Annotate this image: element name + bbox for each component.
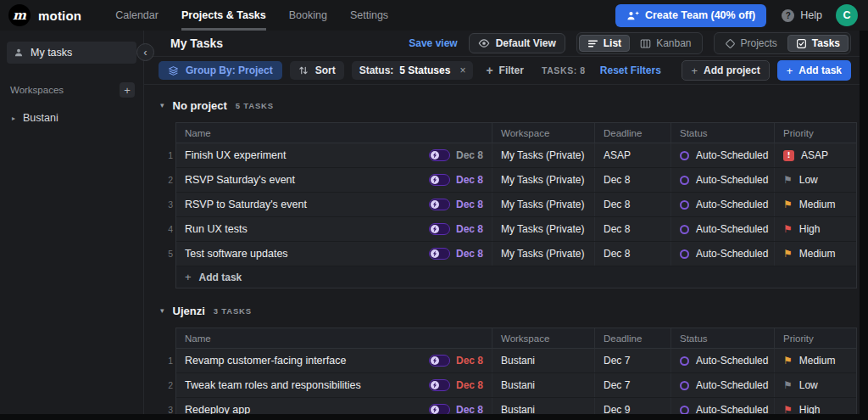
view-list-tab[interactable]: List xyxy=(579,35,630,52)
priority-cell[interactable]: ⚑Medium xyxy=(775,349,856,372)
priority-cell[interactable]: ⚑Low xyxy=(775,373,856,397)
deadline-cell[interactable]: Dec 7 xyxy=(595,349,671,372)
deadline-cell[interactable]: Dec 8 xyxy=(595,217,671,241)
task-name-cell[interactable]: RSVP Saturday's event Dec 8 xyxy=(176,168,492,192)
add-filter-button[interactable]: + Filter xyxy=(486,64,524,77)
auto-schedule-chip[interactable]: Dec 8 xyxy=(429,223,483,235)
default-view-button[interactable]: Default View xyxy=(469,33,565,53)
motion-logo-icon[interactable]: m xyxy=(8,4,31,26)
status-cell[interactable]: Auto-Scheduled xyxy=(671,373,775,397)
status-cell[interactable]: Auto-Scheduled xyxy=(671,349,775,372)
expand-workspace-icon[interactable]: ▸ xyxy=(12,115,15,122)
collapse-group-icon[interactable]: ▾ xyxy=(160,306,164,315)
priority-cell[interactable]: ⚑Medium xyxy=(775,193,856,216)
table-row[interactable]: 3 RSVP to Saturday's event Dec 8 My Task… xyxy=(176,193,856,217)
task-name-cell[interactable]: Finish UX experiment Dec 8 xyxy=(176,143,492,167)
priority-cell[interactable]: !ASAP xyxy=(775,143,856,167)
sort-label: Sort xyxy=(315,64,336,76)
auto-schedule-chip[interactable]: Dec 8 xyxy=(429,248,483,260)
workspace-cell[interactable]: My Tasks (Private) xyxy=(492,193,595,216)
nav-booking[interactable]: Booking xyxy=(289,0,327,31)
create-team-button[interactable]: Create Team (40% off) xyxy=(615,4,766,27)
group-by-button[interactable]: Group By: Project xyxy=(159,61,282,80)
nav-projects-tasks[interactable]: Projects & Tasks xyxy=(181,0,266,31)
table-row[interactable]: 2 RSVP Saturday's event Dec 8 My Tasks (… xyxy=(176,168,856,193)
task-name-cell[interactable]: Tweak team roles and responsibilities De… xyxy=(176,373,492,397)
deadline-cell[interactable]: Dec 8 xyxy=(595,242,671,266)
sort-button[interactable]: Sort xyxy=(290,61,344,80)
group-header[interactable]: ▾ No project 5 TASKS xyxy=(160,95,860,115)
nav-calendar[interactable]: Calendar xyxy=(115,0,159,31)
column-header-status[interactable]: Status xyxy=(671,123,775,143)
priority-cell[interactable]: ⚑High xyxy=(775,217,856,241)
scope-tasks-tab[interactable]: Tasks xyxy=(787,35,849,52)
column-header-name[interactable]: Name xyxy=(176,328,492,348)
column-header-workspace[interactable]: Workspace xyxy=(492,123,595,143)
table-row[interactable]: 5 Test software updates Dec 8 My Tasks (… xyxy=(176,242,856,266)
status-cell[interactable]: Auto-Scheduled xyxy=(671,193,775,216)
column-header-name[interactable]: Name xyxy=(176,123,492,143)
deadline-cell[interactable]: Dec 7 xyxy=(595,373,671,397)
task-name-cell[interactable]: Run UX tests Dec 8 xyxy=(176,217,492,241)
workspace-cell[interactable]: Bustani xyxy=(492,349,595,372)
kanban-label: Kanban xyxy=(656,37,691,49)
collapse-group-icon[interactable]: ▾ xyxy=(160,101,164,109)
add-workspace-button[interactable]: + xyxy=(120,82,135,98)
priority-cell[interactable]: ⚑Low xyxy=(775,168,856,192)
auto-schedule-chip[interactable]: Dec 8 xyxy=(429,404,483,414)
status-cell[interactable]: Auto-Scheduled xyxy=(671,242,775,266)
help-button[interactable]: ? Help xyxy=(782,9,822,22)
workspace-cell[interactable]: My Tasks (Private) xyxy=(492,168,595,192)
auto-schedule-chip[interactable]: Dec 8 xyxy=(429,379,483,391)
auto-schedule-chip[interactable]: Dec 8 xyxy=(429,149,483,161)
priority-cell[interactable]: ⚑High xyxy=(775,398,856,414)
column-header-status[interactable]: Status xyxy=(671,328,775,348)
workspace-cell[interactable]: Bustani xyxy=(492,373,595,397)
status-cell[interactable]: Auto-Scheduled xyxy=(671,398,775,414)
workspace-cell[interactable]: My Tasks (Private) xyxy=(492,242,595,266)
table-row[interactable]: 1 Revamp customer-facing interface Dec 8… xyxy=(176,349,856,373)
deadline-cell[interactable]: Dec 9 xyxy=(595,398,671,414)
add-task-button[interactable]: + Add task xyxy=(777,60,851,81)
auto-schedule-chip[interactable]: Dec 8 xyxy=(429,174,483,186)
sidebar-collapse-button[interactable]: ‹ xyxy=(136,43,154,61)
auto-schedule-chip[interactable]: Dec 8 xyxy=(429,199,483,210)
workspace-cell[interactable]: My Tasks (Private) xyxy=(492,143,595,167)
column-header-workspace[interactable]: Workspace xyxy=(492,328,595,348)
task-name-cell[interactable]: Test software updates Dec 8 xyxy=(176,242,492,266)
user-avatar[interactable]: C xyxy=(836,4,858,26)
workspace-cell[interactable]: Bustani xyxy=(492,398,595,414)
status-cell[interactable]: Auto-Scheduled xyxy=(671,143,775,167)
task-name-cell[interactable]: RSVP to Saturday's event Dec 8 xyxy=(176,193,492,216)
nav-settings[interactable]: Settings xyxy=(350,0,388,31)
task-name-cell[interactable]: Revamp customer-facing interface Dec 8 xyxy=(176,349,492,372)
view-kanban-tab[interactable]: Kanban xyxy=(632,35,699,52)
add-project-button[interactable]: + Add project xyxy=(682,60,769,81)
column-header-priority[interactable]: Priority xyxy=(775,328,856,348)
deadline-cell[interactable]: Dec 8 xyxy=(595,168,671,192)
column-header-deadline[interactable]: Deadline xyxy=(595,123,671,143)
deadline-cell[interactable]: ASAP xyxy=(595,143,671,167)
save-view-link[interactable]: Save view xyxy=(409,37,457,49)
sidebar-item-my-tasks[interactable]: My tasks xyxy=(7,42,136,64)
remove-status-filter-icon[interactable]: × xyxy=(459,64,465,76)
table-row[interactable]: 1 Finish UX experiment Dec 8 My Tasks (P… xyxy=(176,143,856,168)
deadline-cell[interactable]: Dec 8 xyxy=(595,193,671,216)
status-filter-chip[interactable]: Status: 5 Statuses × xyxy=(352,61,474,80)
table-row[interactable]: 4 Run UX tests Dec 8 My Tasks (Private) … xyxy=(176,217,856,242)
status-cell[interactable]: Auto-Scheduled xyxy=(671,168,775,192)
table-row[interactable]: 3 Redeploy app Dec 8 Bustani Dec 9 Auto-… xyxy=(176,398,856,414)
workspace-cell[interactable]: My Tasks (Private) xyxy=(492,217,595,241)
group-header[interactable]: ▾ Ujenzi 3 TASKS xyxy=(160,300,860,321)
sidebar-item-bustani[interactable]: ▸ Bustani xyxy=(12,112,143,124)
scope-projects-tab[interactable]: Projects xyxy=(716,35,786,52)
task-name-cell[interactable]: Redeploy app Dec 8 xyxy=(176,398,492,414)
auto-schedule-chip[interactable]: Dec 8 xyxy=(429,355,483,367)
column-header-deadline[interactable]: Deadline xyxy=(595,328,671,348)
add-task-row[interactable]: + Add task xyxy=(176,266,856,288)
priority-cell[interactable]: ⚑Medium xyxy=(775,242,856,266)
column-header-priority[interactable]: Priority xyxy=(775,123,856,143)
reset-filters-link[interactable]: Reset Filters xyxy=(600,64,661,76)
status-cell[interactable]: Auto-Scheduled xyxy=(671,217,775,241)
table-row[interactable]: 2 Tweak team roles and responsibilities … xyxy=(176,373,856,398)
